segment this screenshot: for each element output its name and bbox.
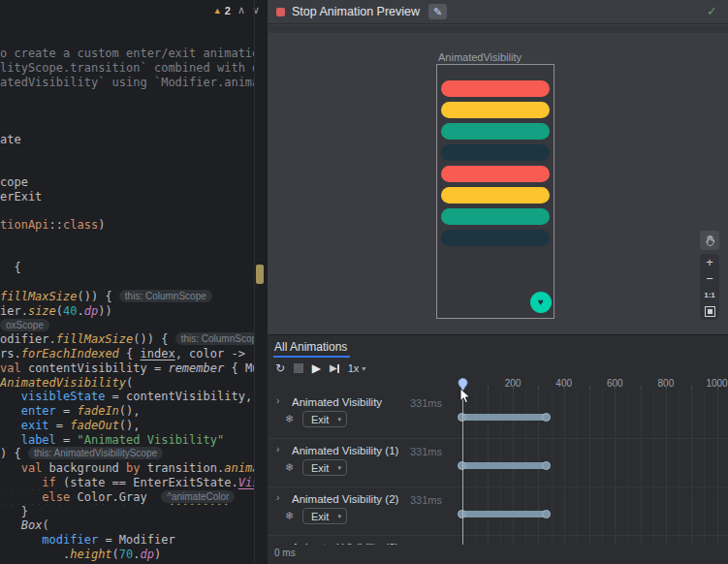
state-dropdown[interactable]: Exit▾ [302, 508, 347, 524]
state-dropdown-value: Exit [311, 462, 329, 474]
build-success-icon: ✓ [707, 4, 717, 18]
preview-header: Stop Animation Preview ✎ ✓ [268, 0, 728, 24]
code-line [0, 89, 254, 104]
code-line [0, 118, 254, 133]
code-line: } [0, 505, 254, 519]
animation-duration: 331ms [384, 494, 442, 506]
chevron-down-icon: ▾ [337, 513, 341, 520]
code-token: atedVisibility` using `Modifier.animateE… [0, 76, 254, 89]
code-editor[interactable]: ▲ 2 ∧ ∨ o create a custom enter/exit ani… [0, 0, 268, 564]
preview-colored-bar [441, 230, 550, 246]
code-line: odifier.fillMaxSize()) { this: ColumnSco… [0, 332, 254, 347]
code-token: if [42, 476, 55, 489]
freeze-animation-button[interactable]: ❄ [285, 461, 294, 474]
code-token: ) [154, 548, 161, 561]
fit-screen-icon [705, 306, 715, 317]
preview-colored-bar [441, 80, 550, 97]
code-line: atedVisibility` using `Modifier.animateE… [0, 76, 254, 90]
animation-row-name: Animated Visibility [292, 396, 382, 408]
zoom-out-button[interactable]: − [700, 270, 719, 287]
code-token: . [0, 548, 70, 561]
go-to-start-button[interactable]: ◀ [294, 363, 303, 373]
animation-preview-panel: Stop Animation Preview ✎ ✓ AnimatedVisib… [268, 0, 728, 564]
code-token: index [141, 347, 175, 360]
preview-header-title[interactable]: Stop Animation Preview [292, 5, 420, 18]
code-token: Box [21, 518, 43, 532]
skip-end-bar-icon [337, 364, 339, 373]
code-line: enter = fadeIn(), [0, 404, 254, 419]
code-token: modifier [42, 533, 98, 547]
code-token: :: [49, 218, 63, 232]
playback-speed-dropdown[interactable]: 1x ▾ [348, 362, 366, 374]
preview-colored-bar [441, 123, 550, 140]
code-line: cope [0, 175, 254, 190]
code-line: erExit [0, 190, 254, 204]
code-token: "Animated Visibility" [78, 433, 225, 447]
code-token: ()) { [133, 332, 174, 346]
animation-span-endpoint [542, 510, 551, 518]
pan-tool-button[interactable] [700, 231, 719, 250]
state-dropdown[interactable]: Exit▾ [302, 459, 347, 476]
expand-row-chevron-icon[interactable]: › [276, 444, 279, 454]
hand-icon [704, 235, 716, 247]
animation-duration: 331ms [384, 397, 442, 409]
play-button[interactable]: ▶ [312, 362, 321, 374]
animation-row-name: Animated Visibility (1) [292, 445, 398, 456]
freeze-animation-button[interactable]: ❄ [285, 510, 294, 522]
code-line: AnimatedVisibility( [0, 376, 254, 391]
code-line: { [0, 261, 254, 275]
scrollbar-warning-stripe[interactable] [256, 265, 264, 284]
code-token: = contentVisibility, [105, 390, 252, 403]
code-token: fillMaxSize [0, 290, 77, 303]
current-time-label: 0 ms [274, 548, 296, 558]
code-token: = [56, 433, 78, 447]
timeline-rows: ›Animated Visibility331ms❄Exit▾›Animated… [268, 390, 728, 545]
code-line: visibleState = contentVisibility, [0, 390, 254, 404]
code-token: exit [21, 419, 49, 432]
freeze-animation-button[interactable]: ❄ [285, 413, 294, 425]
prev-issue-button[interactable]: ∧ [237, 4, 245, 16]
code-token: = [56, 404, 78, 418]
code-line: ier.size(40.dp)) [0, 304, 254, 319]
animation-span-endpoint [542, 413, 551, 422]
code-line [0, 146, 254, 161]
code-token: (), [119, 404, 141, 418]
code-token: , color -> [175, 347, 245, 360]
zoom-actual-size-button[interactable]: 1:1 [700, 287, 719, 303]
go-to-end-button[interactable]: ▶ [330, 363, 339, 373]
zoom-to-fit-button[interactable] [700, 303, 719, 320]
code-token [70, 490, 77, 504]
expand-row-chevron-icon[interactable]: › [276, 492, 279, 503]
loop-playback-button[interactable]: ↻ [275, 362, 285, 374]
expand-row-chevron-icon[interactable]: › [276, 395, 279, 406]
zoom-controls-group: + − 1:1 [700, 254, 719, 320]
code-line [0, 247, 254, 262]
code-token: label [21, 433, 56, 447]
chevron-down-icon: ▾ [337, 416, 341, 423]
code-token [0, 404, 21, 418]
code-line: o create a custom enter/exit animation f… [0, 47, 254, 61]
code-token: else [42, 490, 70, 504]
code-token: { [0, 261, 21, 274]
code-token: val [21, 461, 43, 475]
code-line: oxScope [0, 319, 254, 333]
editor-scrollbar[interactable] [254, 0, 255, 564]
animation-row-name: Animated Visibility (2) [292, 493, 398, 505]
edit-configuration-button[interactable]: ✎ [428, 4, 447, 19]
code-token: class [63, 218, 98, 232]
animation-span-endpoint [542, 461, 551, 470]
code-token: Color.Gray [78, 490, 147, 504]
code-line [0, 275, 254, 290]
code-line [0, 104, 254, 118]
code-token: { MutableTransitionS [224, 361, 254, 375]
composable-label: AnimatedVisibility [438, 51, 522, 63]
code-token: enter [21, 404, 56, 418]
timeline-ruler[interactable]: 2004006008001000 [268, 378, 728, 390]
code-token: AnimatedVisibility [0, 376, 126, 390]
warning-count: 2 [225, 5, 231, 16]
device-preview-frame: ♥ [436, 64, 554, 319]
code-line: rs.forEachIndexed { index, color -> [0, 347, 254, 361]
state-dropdown[interactable]: Exit▾ [302, 411, 347, 427]
zoom-in-button[interactable]: + [700, 254, 719, 270]
tab-all-animations[interactable]: All Animations [274, 340, 347, 354]
